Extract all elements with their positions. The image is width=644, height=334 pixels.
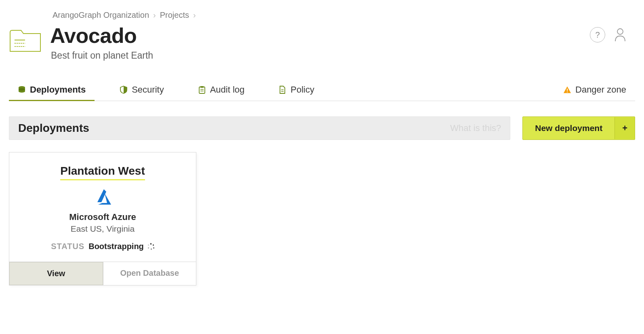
chevron-right-icon: › — [193, 11, 196, 20]
tabs: Deployments Security Audit log Policy Da… — [9, 80, 635, 101]
breadcrumb-projects[interactable]: Projects — [160, 11, 189, 20]
deployment-name-link[interactable]: Plantation West — [60, 165, 145, 180]
shield-icon — [120, 86, 128, 94]
hint-link[interactable]: What is this? — [450, 123, 501, 133]
status-label: STATUS — [51, 242, 84, 251]
database-icon — [18, 86, 26, 94]
section-header: Deployments What is this? — [9, 116, 510, 140]
tab-deployments-label: Deployments — [30, 85, 86, 95]
tab-security-label: Security — [132, 85, 164, 95]
view-button[interactable]: View — [9, 262, 103, 285]
page-title: Avocado — [50, 25, 582, 47]
user-icon — [614, 28, 626, 42]
loading-icon — [148, 243, 154, 249]
question-icon: ? — [595, 30, 600, 40]
user-button[interactable] — [612, 27, 628, 42]
azure-icon — [93, 188, 113, 206]
tab-danger-label: Danger zone — [575, 85, 626, 95]
status-value: Bootstrapping — [88, 242, 144, 251]
new-deployment-button[interactable]: New deployment + — [522, 116, 635, 140]
deployment-card: Plantation West Microsoft Azure East US,… — [9, 152, 196, 285]
open-database-button[interactable]: Open Database — [103, 262, 196, 285]
page-subtitle: Best fruit on planet Earth — [51, 50, 582, 61]
breadcrumb-org[interactable]: ArangoGraph Organization — [53, 11, 149, 20]
new-deployment-label: New deployment — [523, 118, 615, 139]
cloud-provider: Microsoft Azure — [69, 212, 136, 222]
document-icon — [278, 86, 286, 94]
svg-rect-13 — [567, 91, 568, 92]
section-title: Deployments — [18, 122, 89, 135]
tab-audit-log[interactable]: Audit log — [189, 80, 254, 101]
cloud-region: East US, Virginia — [71, 224, 135, 234]
svg-point-3 — [617, 29, 623, 34]
clipboard-icon — [198, 86, 206, 94]
help-button[interactable]: ? — [590, 27, 605, 42]
tab-security[interactable]: Security — [111, 80, 173, 101]
folder-icon — [9, 29, 42, 54]
plus-icon: + — [615, 117, 635, 139]
tab-danger-zone[interactable]: Danger zone — [554, 80, 635, 101]
tab-audit-label: Audit log — [210, 85, 245, 95]
tab-policy[interactable]: Policy — [269, 80, 323, 101]
svg-rect-12 — [567, 89, 568, 91]
chevron-right-icon: › — [153, 11, 156, 20]
warning-icon — [563, 86, 571, 94]
svg-point-5 — [19, 88, 25, 91]
svg-rect-7 — [200, 86, 204, 88]
tab-policy-label: Policy — [290, 85, 314, 95]
svg-rect-6 — [199, 87, 205, 93]
tab-deployments[interactable]: Deployments — [9, 80, 95, 101]
breadcrumb: ArangoGraph Organization › Projects › — [53, 11, 635, 20]
